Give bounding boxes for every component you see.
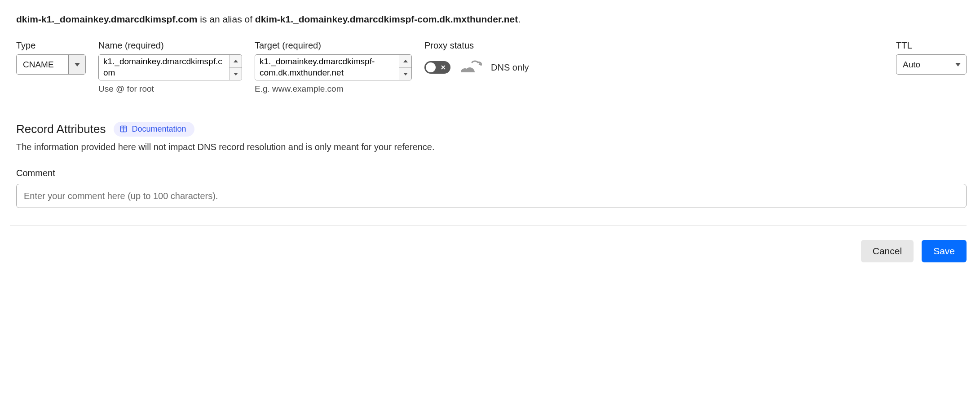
- documentation-link-label: Documentation: [132, 124, 186, 135]
- alias-sentence: dkim-k1._domainkey.dmarcdkimspf.com is a…: [16, 13, 967, 26]
- name-input[interactable]: [99, 55, 229, 80]
- name-input-wrap: [98, 54, 242, 80]
- record-attributes-header: Record Attributes Documentation: [16, 121, 967, 137]
- documentation-link[interactable]: Documentation: [114, 122, 194, 137]
- proxy-label: Proxy status: [424, 39, 883, 52]
- ttl-value: Auto: [903, 59, 920, 71]
- type-value: CNAME: [17, 55, 68, 74]
- book-icon: [120, 125, 127, 133]
- triangle-up-icon: [234, 60, 238, 62]
- type-label: Type: [16, 39, 86, 52]
- target-helper: E.g. www.example.com: [255, 83, 412, 95]
- alias-suffix: .: [518, 14, 521, 24]
- target-spinner: [399, 55, 411, 80]
- proxy-toggle[interactable]: ✕: [424, 61, 450, 74]
- proxy-status-text: DNS only: [491, 61, 529, 74]
- target-step-down[interactable]: [399, 67, 411, 80]
- save-button[interactable]: Save: [922, 240, 967, 262]
- ttl-label: TTL: [896, 39, 967, 52]
- proxy-field: Proxy status ✕ DNS only: [424, 39, 883, 80]
- cancel-button[interactable]: Cancel: [861, 240, 914, 262]
- chevron-down-icon: [955, 63, 961, 66]
- toggle-knob: [426, 62, 436, 72]
- name-spinner: [229, 55, 242, 80]
- triangle-up-icon: [403, 60, 408, 62]
- cloud-arrow-icon: [459, 60, 483, 75]
- comment-input[interactable]: [16, 184, 967, 208]
- alias-target: dkim-k1._domainkey.dmarcdkimspf-com.dk.m…: [255, 14, 518, 24]
- chevron-down-icon: [68, 55, 85, 74]
- form-actions: Cancel Save: [16, 240, 967, 262]
- comment-label: Comment: [16, 167, 967, 179]
- record-attributes-description: The information provided here will not i…: [16, 141, 967, 153]
- target-field: Target (required) E.g. www.example.com: [255, 39, 412, 95]
- triangle-down-icon: [234, 73, 238, 75]
- record-fields-row: Type CNAME Name (required) Use @ for roo…: [16, 39, 967, 95]
- ttl-field: TTL Auto: [896, 39, 967, 75]
- divider: [10, 109, 967, 109]
- name-step-down[interactable]: [230, 67, 242, 80]
- record-attributes-title: Record Attributes: [16, 121, 106, 137]
- name-label: Name (required): [98, 39, 242, 52]
- triangle-down-icon: [403, 73, 408, 75]
- target-step-up[interactable]: [399, 55, 411, 67]
- target-input-wrap: [255, 54, 412, 80]
- alias-source: dkim-k1._domainkey.dmarcdkimspf.com: [16, 14, 197, 24]
- alias-connector: is an alias of: [197, 14, 255, 24]
- type-select[interactable]: CNAME: [16, 54, 86, 75]
- name-step-up[interactable]: [230, 55, 242, 67]
- type-field: Type CNAME: [16, 39, 86, 75]
- ttl-select[interactable]: Auto: [896, 54, 967, 75]
- name-field: Name (required) Use @ for root: [98, 39, 242, 95]
- toggle-off-icon: ✕: [441, 64, 446, 71]
- proxy-group: ✕ DNS only: [424, 54, 883, 80]
- divider: [10, 225, 967, 226]
- name-helper: Use @ for root: [98, 83, 242, 95]
- target-input[interactable]: [255, 55, 399, 80]
- target-label: Target (required): [255, 39, 412, 52]
